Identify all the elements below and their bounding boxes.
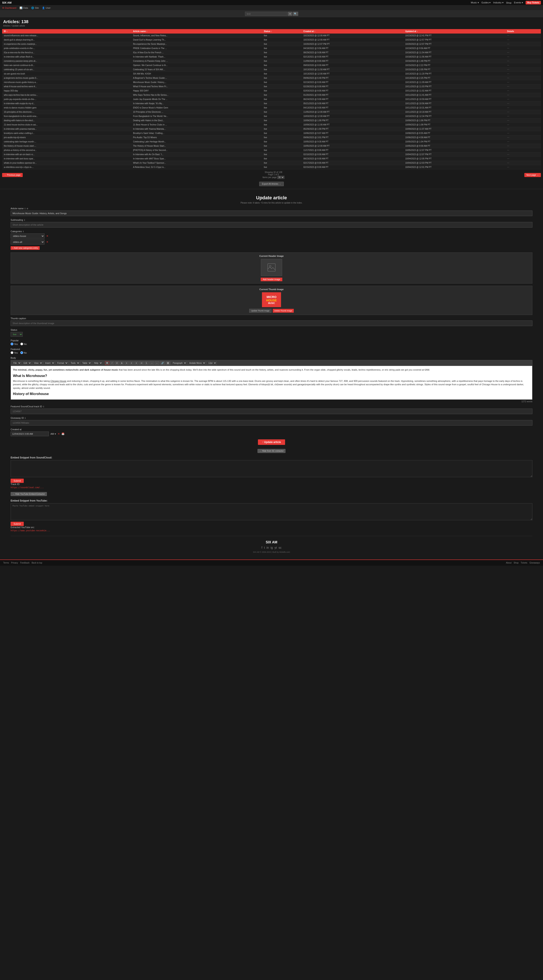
footer-about-link[interactable]: About [506,562,511,564]
cell-details[interactable]: ⋯ [505,80,541,84]
cell-details[interactable]: ⋯ [505,135,541,140]
cell-details[interactable]: ⋯ [505,140,541,144]
prev-page-button[interactable]: ← Previous page [2,173,23,177]
editor-bold-button[interactable]: B [105,361,109,365]
remove-category-1-button[interactable]: ✕ [46,235,48,237]
editor-align-right-button[interactable]: ≡ [134,361,138,365]
editor-table-menu[interactable]: Table [81,361,92,365]
cell-details[interactable]: ⋯ [505,42,541,46]
cell-details[interactable]: ⋯ [505,157,541,161]
search-button[interactable]: ✕ [288,12,292,16]
thumb-caption-input[interactable] [11,320,532,326]
editor-strikethrough-button[interactable]: S̶ [120,361,124,365]
buy-tickets-button[interactable]: Buy Tickets [526,1,541,5]
cell-details[interactable]: ⋯ [505,72,541,76]
cell-details[interactable]: ⋯ [505,144,541,148]
cell-details[interactable]: ⋯ [505,118,541,123]
editor-format-menu[interactable]: Format [56,361,68,365]
items-per-page-select[interactable]: 30 [277,176,284,179]
subnav-dashboard[interactable]: ⚙ Dashboard [2,6,16,10]
editor-align-left-button[interactable]: ≡ [124,361,129,365]
footer-feedback-link[interactable]: Feedback [20,562,30,564]
featured-sc-info-icon[interactable]: ℹ [43,406,44,408]
editor-underline-button[interactable]: U [115,361,119,365]
cell-details[interactable]: ⋯ [505,51,541,55]
social-linkedin-icon[interactable]: in [267,546,269,549]
editor-image-button[interactable]: 🖼 [166,361,170,365]
embed-sc-submit-button[interactable]: Submit [11,479,24,483]
subheading-info-icon[interactable]: ℹ [24,219,25,221]
editor-link-button[interactable]: 🔗 [160,361,165,365]
article-name-input[interactable] [11,210,532,216]
featured-yes-radio[interactable] [11,351,13,354]
export-button[interactable]: Export All Articles → [259,182,284,186]
editor-view-menu[interactable]: View [32,361,43,365]
editor-indent-button[interactable]: → [149,361,154,365]
social-facebook-icon[interactable]: f [262,546,262,549]
col-id[interactable]: ID ↕ [2,29,131,33]
popular-no-label[interactable]: No [21,343,27,345]
cell-details[interactable]: ⋯ [505,148,541,153]
editor-outdent-button[interactable]: ← [155,361,159,365]
search-go-button[interactable]: 🔍 [293,12,298,16]
search-input[interactable] [245,12,287,16]
cell-details[interactable]: ⋯ [505,97,541,102]
nav-music[interactable]: Music ▾ [471,1,479,4]
cell-details[interactable]: ⋯ [505,59,541,63]
editor-insert-menu[interactable]: Insert [43,361,55,365]
popular-no-radio[interactable] [21,343,23,345]
cell-details[interactable]: ⋯ [505,161,541,165]
cell-details[interactable]: ⋯ [505,33,541,38]
social-twitter-icon[interactable]: t [264,546,265,549]
article-name-info-icon[interactable]: ℹ [25,207,25,210]
add-category-button[interactable]: + Add new categories entry [11,246,40,250]
embed-sc-textarea[interactable] [11,460,532,477]
cell-details[interactable]: ⋯ [505,165,541,169]
editor-edit-menu[interactable]: Edit [22,361,32,365]
status-select[interactable]: live draft [11,332,23,337]
cell-details[interactable]: ⋯ [505,93,541,97]
cell-details[interactable]: ⋯ [505,102,541,106]
editor-ordered-list-button[interactable]: 1. [144,361,149,365]
delete-thumb-button[interactable]: Delete Thumb Image [273,309,294,313]
category-select-2[interactable]: oldies-all [11,239,44,245]
cell-details[interactable]: ⋯ [505,131,541,135]
social-youtube-icon[interactable]: yt [275,546,277,549]
editor-align-center-button[interactable]: ≡ [129,361,133,365]
next-page-button[interactable]: Next page → [524,173,541,177]
clear-date-button[interactable]: ✕ [58,433,60,435]
cell-details[interactable]: ⋯ [505,84,541,89]
cell-details[interactable]: ⋯ [505,46,541,51]
social-soundcloud-icon[interactable]: sc [278,546,281,549]
created-at-info-icon[interactable]: 📅 [62,433,65,435]
cell-details[interactable]: ⋯ [505,106,541,110]
footer-back-to-top-link[interactable]: Back to top [32,562,42,564]
cell-details[interactable]: ⋯ [505,114,541,118]
col-name[interactable]: Article name ↕ [131,29,262,33]
footer-privacy-link[interactable]: Privacy [11,562,18,564]
footer-shop-link[interactable]: Shop [513,562,518,564]
update-thumb-button[interactable]: Update Thumb Image [249,309,272,313]
cell-details[interactable]: ⋯ [505,110,541,114]
editor-help-menu[interactable]: Help [92,361,103,365]
giveaway-id-info-icon[interactable]: ℹ [25,417,25,419]
hide-youtube-extractor-button[interactable]: ← Hide YouTube Embed Extractor [11,492,47,496]
featured-sc-input[interactable] [11,409,532,414]
col-created[interactable]: Created at ↕ [302,29,403,33]
editor-format-block[interactable]: Paragraph Heading 1 Heading 2 Heading 3 [171,361,187,365]
editor-italic-button[interactable]: I [110,361,114,365]
category-select-1[interactable]: oldies-house [11,234,44,239]
social-instagram-icon[interactable]: ig [270,546,273,549]
remove-category-2-button[interactable]: ✕ [46,240,48,243]
cell-details[interactable]: ⋯ [505,55,541,59]
editor-unordered-list-button[interactable]: ≔ [139,361,144,365]
editor-font-size[interactable]: 12pt [206,361,217,365]
popular-yes-label[interactable]: Yes [11,343,18,345]
featured-no-radio[interactable] [21,351,23,354]
editor-font-family[interactable]: Andale Mono [187,361,206,365]
footer-giveaways-link[interactable]: Giveaways [529,562,540,564]
editor-file-menu[interactable]: File [12,361,21,365]
nav-industry[interactable]: Industry ▾ [493,1,503,4]
update-article-button[interactable]: ↑ Update article [258,439,285,445]
cell-details[interactable]: ⋯ [505,76,541,80]
